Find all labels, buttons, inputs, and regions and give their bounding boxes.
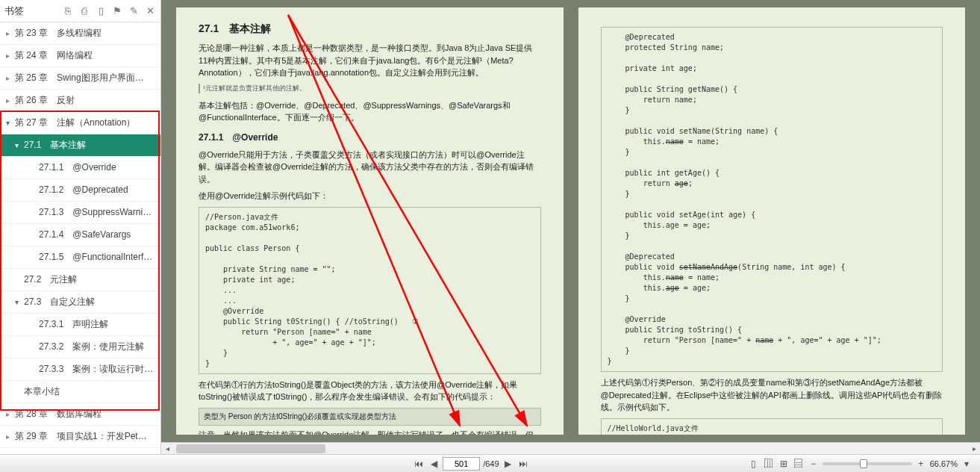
heading-27-1-1: 27.1.1 @Override [199, 131, 541, 144]
bookmark-label: 27.3.1 声明注解 [39, 318, 108, 331]
tree-arrow-icon: ▾ [6, 119, 15, 127]
para: 上述代码第①行类Person、第②行的成员变量name和第③行的setNameA… [601, 376, 943, 414]
error-message-box: 类型为 Person 的方法t0String()必须覆盖或实现超类型方法 [199, 408, 541, 426]
bookmark-item-0[interactable]: ▸第 23 章 多线程编程 [0, 22, 160, 45]
bookmark-label: 本章小结 [24, 385, 60, 398]
page-number-input[interactable] [443, 457, 480, 471]
status-bar: ⏮ ◀ /649 ▶ ⏭ ▯ ⿲ ⊞ ⿳ − + 66.67% ▾ [0, 454, 980, 472]
bookmark-label: 27.1.2 @Deprecated [39, 184, 128, 196]
sb-icon-5[interactable]: ✕ [144, 5, 156, 17]
code-block: //HelloWorld.java文件 package com.a51work6… [601, 418, 943, 435]
bookmark-label: 27.3 自定义注解 [24, 296, 95, 308]
bookmark-item-14[interactable]: 27.3.2 案例：使用元注解 [0, 336, 160, 358]
zoom-in-button[interactable]: + [915, 458, 927, 470]
bookmark-label: 27.1.1 @Override [39, 161, 116, 174]
sb-icon-0[interactable]: ⎘ [62, 5, 74, 17]
bookmark-item-15[interactable]: 27.3.3 案例：读取运行时… [0, 358, 160, 381]
tree-arrow-icon: ▸ [6, 96, 15, 105]
last-page-button[interactable]: ⏭ [517, 458, 529, 470]
next-page-button[interactable]: ▶ [502, 458, 514, 470]
zoom-controls: ▯ ⿲ ⊞ ⿳ − + 66.67% ▾ [748, 458, 980, 470]
tree-arrow-icon: ▾ [15, 298, 24, 306]
bookmark-label: 第 29 章 项目实战1：开发Pet… [15, 430, 147, 443]
para: 在代码第①行的方法toString()是覆盖Object类的方法，该方法使用@O… [199, 379, 541, 403]
scroll-thumb[interactable] [176, 444, 325, 453]
zoom-slider[interactable] [823, 462, 912, 465]
bookmark-label: 27.1.3 @SuppressWarni… [39, 206, 152, 219]
code-block: //Person.java文件 package com.a51work6; pu… [199, 207, 541, 374]
bookmark-item-17[interactable]: ▸第 28 章 数据库编程 [0, 403, 160, 426]
bookmark-label: 27.1.4 @SafeVarargs [39, 229, 131, 241]
sb-icon-2[interactable]: ▯ [95, 5, 107, 17]
bookmark-item-9[interactable]: 27.1.4 @SafeVarargs [0, 224, 160, 246]
zoom-dropdown-icon[interactable]: ▾ [961, 458, 973, 470]
document-viewport: 27.1 基本注解 无论是哪一种注解，本质上都是一种数据类型，是一种接口类型。到… [161, 0, 980, 454]
prev-page-button[interactable]: ◀ [428, 458, 440, 470]
zoom-percent-label: 66.67% [930, 459, 958, 468]
view-mode-4-icon[interactable]: ⿳ [793, 458, 805, 470]
bookmark-label: 27.3.2 案例：使用元注解 [39, 341, 144, 353]
bookmark-label: 27.1 基本注解 [24, 139, 86, 152]
view-mode-3-icon[interactable]: ⊞ [778, 458, 790, 470]
code-block: @Deprecated protected String name; priva… [601, 27, 943, 372]
page-nav: ⏮ ◀ /649 ▶ ⏭ [194, 457, 748, 471]
bookmark-item-12[interactable]: ▾27.3 自定义注解 [0, 291, 160, 314]
bookmark-item-6[interactable]: 27.1.1 @Override [0, 157, 160, 179]
horizontal-scrollbar[interactable]: ◂ ▸ [161, 442, 980, 454]
tree-arrow-icon: ▾ [15, 141, 24, 149]
bookmark-label: 27.3.3 案例：读取运行时… [39, 363, 153, 376]
page-total-label: /649 [483, 459, 499, 468]
sb-icon-1[interactable]: ⎙ [78, 5, 90, 17]
para: 使用@Override注解示例代码如下： [199, 190, 541, 202]
tree-arrow-icon: ▸ [6, 74, 15, 82]
bookmark-item-5[interactable]: ▾27.1 基本注解 [0, 134, 160, 157]
bookmark-item-3[interactable]: ▸第 26 章 反射 [0, 90, 160, 112]
bookmark-item-8[interactable]: 27.1.3 @SuppressWarni… [0, 202, 160, 224]
view-mode-1-icon[interactable]: ▯ [748, 458, 760, 470]
bookmark-item-11[interactable]: 27.2 元注解 [0, 269, 160, 291]
footnote: ¹元注解就是负责注解其他的注解。 [199, 84, 541, 93]
bookmark-item-4[interactable]: ▾第 27 章 注解（Annotation） [0, 112, 160, 134]
bookmark-label: 第 28 章 数据库编程 [15, 408, 102, 420]
bookmark-label: 第 26 章 反射 [15, 94, 75, 107]
bookmark-label: 第 27 章 注解（Annotation） [15, 117, 135, 129]
tree-arrow-icon: ▸ [6, 52, 15, 60]
sb-icon-4[interactable]: ✎ [128, 5, 140, 17]
bookmark-item-7[interactable]: 27.1.2 @Deprecated [0, 179, 160, 202]
bookmark-label: 第 24 章 网络编程 [15, 49, 93, 62]
bookmark-label: 第 25 章 Swing图形用户界面… [15, 72, 144, 84]
para: 无论是哪一种注解，本质上都是一种数据类型，是一种接口类型。到Java 8为止Ja… [199, 42, 541, 79]
view-mode-2-icon[interactable]: ⿲ [763, 458, 775, 470]
bookmark-tree[interactable]: ▸第 23 章 多线程编程▸第 24 章 网络编程▸第 25 章 Swing图形… [0, 22, 160, 454]
page-left: 27.1 基本注解 无论是哪一种注解，本质上都是一种数据类型，是一种接口类型。到… [176, 7, 564, 435]
tree-arrow-icon: ▸ [6, 29, 15, 37]
bookmark-label: 第 23 章 多线程编程 [15, 27, 102, 40]
bookmark-item-1[interactable]: ▸第 24 章 网络编程 [0, 45, 160, 67]
scroll-left-button[interactable]: ◂ [161, 443, 173, 454]
bookmark-label: 27.1.5 @FunctionalInterf… [39, 251, 152, 264]
page-right: @Deprecated protected String name; priva… [578, 7, 966, 435]
bookmark-item-16[interactable]: 本章小结 [0, 381, 160, 403]
bookmarks-sidebar: 书签 ⎘ ⎙ ▯ ⚑ ✎ ✕ ▸第 23 章 多线程编程▸第 24 章 网络编程… [0, 0, 161, 454]
bookmark-item-18[interactable]: ▸第 29 章 项目实战1：开发Pet… [0, 426, 160, 448]
zoom-knob[interactable] [860, 459, 867, 468]
para-note: 注意 当然如果该方法前面不加@Override注解，即使方法写错误了，也不会有编… [199, 429, 541, 435]
bookmark-label: 27.2 元注解 [24, 273, 77, 286]
heading-27-1: 27.1 基本注解 [199, 22, 541, 36]
bookmark-item-13[interactable]: 27.3.1 声明注解 [0, 314, 160, 336]
zoom-out-button[interactable]: − [808, 458, 820, 470]
tree-arrow-icon: ▸ [6, 432, 15, 441]
scroll-right-button[interactable]: ▸ [968, 443, 980, 454]
tree-arrow-icon: ▸ [6, 410, 15, 418]
sidebar-header: 书签 ⎘ ⎙ ▯ ⚑ ✎ ✕ [0, 0, 160, 22]
bookmark-item-2[interactable]: ▸第 25 章 Swing图形用户界面… [0, 67, 160, 90]
sb-icon-3[interactable]: ⚑ [111, 5, 123, 17]
para: 基本注解包括：@Override、@Deprecated、@SuppressWa… [199, 99, 541, 124]
para: @Override只能用于方法，子类覆盖父类方法（或者实现接口的方法）时可以@O… [199, 149, 541, 186]
sidebar-title: 书签 [4, 4, 24, 18]
bookmark-item-10[interactable]: 27.1.5 @FunctionalInterf… [0, 246, 160, 269]
first-page-button[interactable]: ⏮ [413, 458, 425, 470]
